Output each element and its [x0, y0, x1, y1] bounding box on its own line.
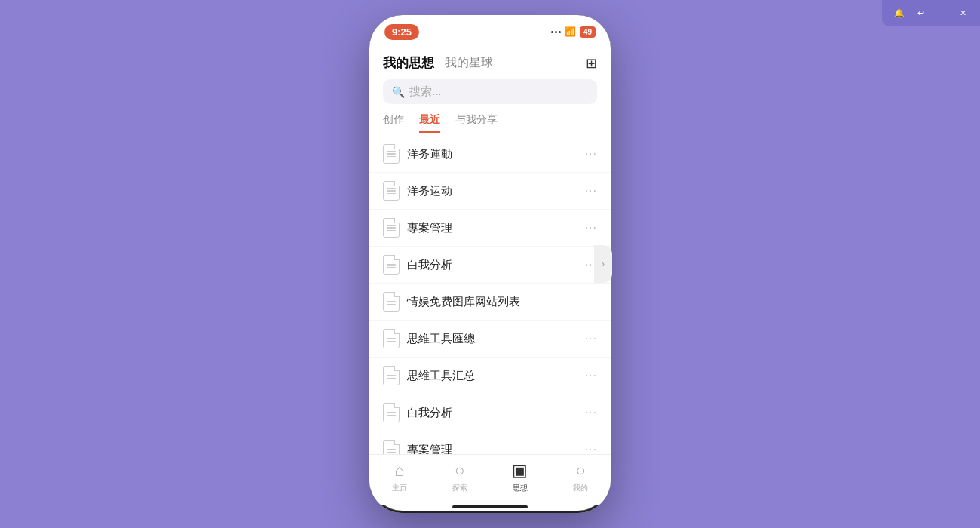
header-tabs: 我的思想 我的星球 — [383, 54, 493, 72]
title-bar: 🔔 ↩ — ✕ — [882, 0, 980, 26]
list-item[interactable]: 思維工具匯總 ··· — [369, 321, 611, 358]
phone-frame: 9:25 📶 49 我的思想 我的星球 ⊞ — [369, 15, 611, 513]
nav-item-mine[interactable]: ○ 我的 — [573, 461, 588, 493]
more-icon[interactable]: ··· — [585, 221, 597, 235]
sub-tabs: 创作 最近 与我分享 — [369, 109, 611, 133]
wifi-icon: 📶 — [565, 26, 576, 37]
list-item[interactable]: 白我分析 ··· — [369, 394, 611, 431]
list-item[interactable]: 白我分析 ··· — [369, 247, 611, 284]
nav-item-thoughts[interactable]: ▣ 思想 — [512, 461, 528, 493]
nav-item-explore[interactable]: ○ 探索 — [452, 461, 467, 493]
doc-icon — [383, 366, 400, 385]
close-button[interactable]: ✕ — [954, 5, 971, 21]
list-item-text: 洋务運動 — [407, 147, 452, 161]
thoughts-icon: ▣ — [512, 461, 528, 480]
app-header: 我的思想 我的星球 ⊞ — [369, 48, 611, 72]
home-icon: ⌂ — [394, 461, 404, 480]
list-item-text: 專案管理 — [407, 221, 452, 235]
more-icon[interactable]: ··· — [585, 332, 597, 345]
nav-label-mine: 我的 — [573, 483, 588, 493]
status-right: 📶 49 — [551, 26, 596, 38]
list-item-text: 思维工具汇总 — [407, 369, 475, 383]
list-item[interactable]: 專案管理 ··· — [369, 431, 611, 454]
tab-recent[interactable]: 最近 — [419, 113, 440, 133]
doc-icon — [383, 329, 400, 348]
doc-icon — [383, 403, 400, 422]
list-item-text: 情娱免费图库网站列表 — [407, 295, 520, 309]
more-icon[interactable]: ··· — [585, 147, 597, 161]
nav-label-thoughts: 思想 — [513, 483, 528, 493]
signal-dot-1 — [551, 31, 553, 33]
list-item[interactable]: 專案管理 ··· — [369, 210, 611, 247]
list-item-text: 思維工具匯總 — [407, 332, 475, 346]
phone-wrapper: 9:25 📶 49 我的思想 我的星球 ⊞ — [369, 15, 611, 513]
grid-icon[interactable]: ⊞ — [586, 55, 597, 72]
status-time: 9:25 — [384, 24, 419, 40]
tab-create[interactable]: 创作 — [383, 113, 404, 133]
nav-item-home[interactable]: ⌂ 主页 — [392, 461, 407, 493]
list-item-text: 白我分析 — [407, 258, 452, 272]
tab-shared[interactable]: 与我分享 — [455, 113, 498, 133]
signal-dot-3 — [559, 31, 561, 33]
list-item[interactable]: 思维工具汇总 ··· — [369, 358, 611, 394]
bottom-nav: ⌂ 主页 ○ 探索 ▣ 思想 ○ 我的 — [369, 454, 611, 505]
doc-icon — [383, 181, 400, 201]
home-indicator — [452, 505, 528, 508]
nav-label-home: 主页 — [392, 483, 407, 493]
content-area: 我的思想 我的星球 ⊞ 🔍 搜索... 创作 最近 与我分享 — [369, 48, 611, 505]
doc-icon — [383, 255, 400, 275]
more-icon[interactable]: ··· — [585, 369, 597, 382]
undo-button[interactable]: ↩ — [912, 5, 929, 21]
list-area: 洋务運動 ··· 洋务运动 ··· — [369, 133, 611, 454]
doc-icon — [383, 218, 400, 238]
mine-icon: ○ — [575, 461, 585, 480]
search-icon: 🔍 — [392, 86, 405, 98]
signal-dot-2 — [555, 31, 557, 33]
secondary-tab[interactable]: 我的星球 — [445, 55, 493, 71]
more-icon[interactable]: ··· — [585, 406, 597, 419]
search-bar[interactable]: 🔍 搜索... — [383, 79, 597, 104]
list-item[interactable]: 洋务運動 ··· — [369, 136, 611, 173]
more-icon[interactable]: ··· — [585, 443, 597, 454]
more-icon[interactable]: ··· — [585, 184, 597, 198]
list-item-text: 白我分析 — [407, 406, 452, 420]
list-item[interactable]: 洋务运动 ··· — [369, 173, 611, 210]
primary-tab[interactable]: 我的思想 — [383, 54, 434, 72]
search-placeholder: 搜索... — [409, 84, 442, 99]
battery-badge: 49 — [580, 26, 596, 38]
notification-button[interactable]: 🔔 — [891, 5, 908, 21]
minimize-button[interactable]: — — [933, 5, 950, 21]
list-item-text: 洋务运动 — [407, 184, 452, 198]
doc-icon — [383, 144, 400, 164]
status-bar: 9:25 📶 49 — [369, 15, 611, 48]
more-icon-empty: ··· — [585, 295, 597, 309]
expand-arrow-icon: › — [602, 259, 605, 269]
explore-icon: ○ — [455, 461, 464, 480]
doc-icon — [383, 292, 400, 312]
list-item[interactable]: 情娱免费图库网站列表 ··· — [369, 284, 611, 321]
signal-dots — [551, 31, 561, 33]
nav-label-explore: 探索 — [452, 483, 467, 493]
expand-handle[interactable]: › — [594, 245, 612, 283]
doc-icon — [383, 440, 400, 454]
list-item-text: 專案管理 — [407, 443, 452, 455]
